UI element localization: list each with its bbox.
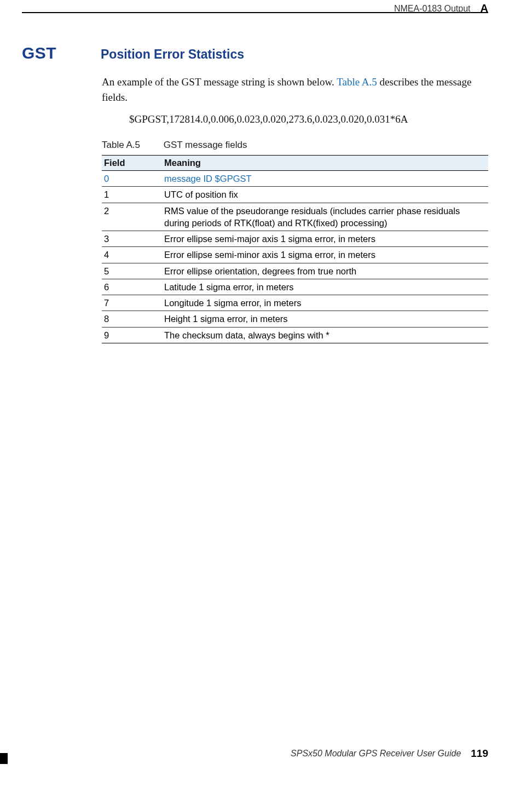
cell-meaning: The checksum data, always begins with * bbox=[162, 327, 488, 343]
cell-field: 6 bbox=[102, 279, 162, 295]
cell-meaning: Error ellipse orientation, degrees from … bbox=[162, 263, 488, 279]
table-row: 1 UTC of position fix bbox=[102, 187, 488, 203]
table-row: 6 Latitude 1 sigma error, in meters bbox=[102, 279, 488, 295]
intro-paragraph: An example of the GST message string is … bbox=[102, 74, 488, 105]
cell-field: 5 bbox=[102, 263, 162, 279]
col-meaning-header: Meaning bbox=[162, 156, 488, 171]
page-tab-mark bbox=[0, 753, 8, 764]
cell-meaning: message ID $GPGST bbox=[162, 171, 488, 187]
intro-pre: An example of the GST message string is … bbox=[102, 76, 337, 88]
running-header: NMEA-0183 Output A bbox=[22, 2, 488, 15]
cell-meaning: Error ellipse semi-minor axis 1 sigma er… bbox=[162, 247, 488, 263]
table-row: 7 Longitude 1 sigma error, in meters bbox=[102, 295, 488, 311]
section-heading: GST Position Error Statistics bbox=[22, 44, 488, 62]
cell-field: 8 bbox=[102, 311, 162, 327]
table-row: 0 message ID $GPGST bbox=[102, 171, 488, 187]
cell-field: 7 bbox=[102, 295, 162, 311]
content-area: GST Position Error Statistics An example… bbox=[22, 44, 488, 343]
footer: SPSx50 Modular GPS Receiver User Guide 1… bbox=[22, 748, 488, 760]
table-row: 5 Error ellipse orientation, degrees fro… bbox=[102, 263, 488, 279]
table-reference-link[interactable]: Table A.5 bbox=[337, 76, 377, 88]
table-row: 9 The checksum data, always begins with … bbox=[102, 327, 488, 343]
header-rule: NMEA-0183 Output A bbox=[22, 12, 488, 30]
cell-meaning: Height 1 sigma error, in meters bbox=[162, 311, 488, 327]
cell-field: 1 bbox=[102, 187, 162, 203]
cell-field: 4 bbox=[102, 247, 162, 263]
cell-meaning: RMS value of the pseudorange residuals (… bbox=[162, 203, 488, 231]
page: NMEA-0183 Output A GST Position Error St… bbox=[0, 0, 532, 787]
footer-title: SPSx50 Modular GPS Receiver User Guide bbox=[291, 749, 461, 759]
section-title: Position Error Statistics bbox=[101, 47, 244, 62]
table-row: 2 RMS value of the pseudorange residuals… bbox=[102, 203, 488, 231]
fields-table: Field Meaning 0 message ID $GPGST 1 UTC … bbox=[102, 155, 488, 343]
header-section: NMEA-0183 Output bbox=[394, 4, 471, 14]
table-row: 3 Error ellipse semi-major axis 1 sigma … bbox=[102, 231, 488, 247]
table-caption-number: Table A.5 bbox=[102, 140, 161, 151]
table-header-row: Field Meaning bbox=[102, 156, 488, 171]
cell-meaning: Error ellipse semi-major axis 1 sigma er… bbox=[162, 231, 488, 247]
cell-field: 9 bbox=[102, 327, 162, 343]
cell-field: 3 bbox=[102, 231, 162, 247]
section-label: GST bbox=[22, 44, 71, 62]
col-field-header: Field bbox=[102, 156, 162, 171]
table-caption: Table A.5 GST message fields bbox=[102, 140, 488, 151]
header-appendix-letter: A bbox=[481, 2, 488, 15]
table-caption-title: GST message fields bbox=[164, 140, 247, 150]
table-row: 8 Height 1 sigma error, in meters bbox=[102, 311, 488, 327]
cell-field: 2 bbox=[102, 203, 162, 231]
cell-meaning: Latitude 1 sigma error, in meters bbox=[162, 279, 488, 295]
cell-field: 0 bbox=[102, 171, 162, 187]
cell-meaning: UTC of position fix bbox=[162, 187, 488, 203]
footer-page-number: 119 bbox=[471, 748, 488, 760]
example-string: $GPGST,172814.0,0.006,0.023,0.020,273.6,… bbox=[129, 113, 488, 125]
cell-meaning: Longitude 1 sigma error, in meters bbox=[162, 295, 488, 311]
table-row: 4 Error ellipse semi-minor axis 1 sigma … bbox=[102, 247, 488, 263]
